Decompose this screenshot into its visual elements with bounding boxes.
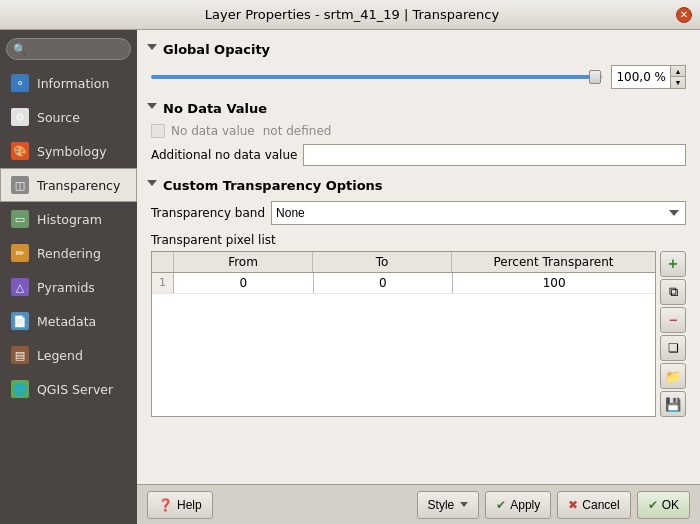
- no-data-title: No Data Value: [163, 101, 267, 116]
- additional-label: Additional no data value: [151, 148, 297, 162]
- sidebar-item-source[interactable]: ⚙ Source: [0, 100, 137, 134]
- opacity-thumb: [589, 70, 601, 84]
- opacity-collapse-icon[interactable]: [147, 44, 157, 55]
- sidebar-item-rendering[interactable]: ✏ Rendering: [0, 236, 137, 270]
- row-pct[interactable]: 100: [453, 273, 655, 293]
- transparency-icon: ◫: [9, 174, 31, 196]
- global-opacity-header: Global Opacity: [147, 42, 690, 57]
- col-pct-header: Percent Transparent: [452, 252, 655, 272]
- remove-row-button[interactable]: −: [660, 307, 686, 333]
- pixel-list-label: Transparent pixel list: [147, 233, 690, 247]
- main-container: 🔍 ⚬ Information ⚙ Source 🎨 Symbology ◫ T…: [0, 30, 700, 524]
- no-data-row: No data value not defined: [147, 124, 690, 138]
- opacity-up-button[interactable]: ▲: [671, 66, 685, 77]
- sidebar-item-qgis-server[interactable]: 🌐 QGIS Server: [0, 372, 137, 406]
- sidebar-item-symbology[interactable]: 🎨 Symbology: [0, 134, 137, 168]
- sidebar-label-histogram: Histogram: [37, 212, 102, 227]
- folder-icon: 📁: [665, 369, 681, 384]
- col-num-header: [152, 252, 174, 272]
- svg-text:⚬: ⚬: [15, 77, 24, 90]
- help-icon: ❓: [158, 498, 173, 512]
- search-box[interactable]: 🔍: [6, 38, 131, 60]
- sidebar-label-qgis-server: QGIS Server: [37, 382, 113, 397]
- help-button[interactable]: ❓ Help: [147, 491, 213, 519]
- sidebar-label-legend: Legend: [37, 348, 83, 363]
- cancel-button[interactable]: ✖ Cancel: [557, 491, 630, 519]
- sidebar-item-transparency[interactable]: ◫ Transparency: [0, 168, 137, 202]
- opacity-value: 100,0 %: [612, 70, 670, 84]
- custom-transparency-header: Custom Transparency Options: [147, 178, 690, 193]
- svg-text:📄: 📄: [13, 314, 27, 328]
- col-from-header: From: [174, 252, 313, 272]
- remove-icon: −: [669, 313, 677, 327]
- source-icon: ⚙: [9, 106, 31, 128]
- svg-text:▭: ▭: [15, 213, 25, 226]
- sidebar-label-transparency: Transparency: [37, 178, 120, 193]
- legend-icon: ▤: [9, 344, 31, 366]
- ok-button[interactable]: ✔ OK: [637, 491, 690, 519]
- close-button[interactable]: ✕: [676, 7, 692, 23]
- no-data-checkbox-label: No data value: [171, 124, 255, 138]
- copy-icon: ⧉: [669, 284, 678, 300]
- save-button[interactable]: 💾: [660, 391, 686, 417]
- copy-row-button[interactable]: ⧉: [660, 279, 686, 305]
- custom-transparency-title: Custom Transparency Options: [163, 178, 383, 193]
- ok-label: OK: [662, 498, 679, 512]
- svg-text:✏: ✏: [15, 247, 25, 260]
- pyramids-icon: △: [9, 276, 31, 298]
- row-from[interactable]: 0: [174, 273, 314, 293]
- sidebar-label-metadata: Metadata: [37, 314, 96, 329]
- histogram-icon: ▭: [9, 208, 31, 230]
- sidebar-item-information[interactable]: ⚬ Information: [0, 66, 137, 100]
- band-row: Transparency band None Band 1 Band 2 Ban…: [147, 201, 690, 225]
- clone-row-button[interactable]: ❏: [660, 335, 686, 361]
- row-to[interactable]: 0: [314, 273, 454, 293]
- folder-button[interactable]: 📁: [660, 363, 686, 389]
- content-panel: Global Opacity 100,0 % ▲ ▼ No Data Value: [137, 30, 700, 524]
- clone-icon: ❏: [668, 341, 679, 355]
- cancel-label: Cancel: [582, 498, 619, 512]
- not-defined-label: not defined: [263, 124, 332, 138]
- opacity-spinner: ▲ ▼: [670, 66, 685, 88]
- sidebar-label-information: Information: [37, 76, 109, 91]
- sidebar: 🔍 ⚬ Information ⚙ Source 🎨 Symbology ◫ T…: [0, 30, 137, 524]
- style-label: Style: [428, 498, 455, 512]
- transparency-collapse-icon[interactable]: [147, 180, 157, 191]
- svg-text:⚙: ⚙: [15, 111, 25, 124]
- metadata-icon: 📄: [9, 310, 31, 332]
- table-row: 1 0 0 100: [152, 273, 655, 294]
- sidebar-label-symbology: Symbology: [37, 144, 107, 159]
- symbology-icon: 🎨: [9, 140, 31, 162]
- cancel-cross-icon: ✖: [568, 498, 578, 512]
- table-header: From To Percent Transparent: [152, 252, 655, 273]
- sidebar-label-source: Source: [37, 110, 80, 125]
- band-select[interactable]: None Band 1 Band 2 Band 3: [271, 201, 686, 225]
- opacity-down-button[interactable]: ▼: [671, 77, 685, 88]
- nodata-collapse-icon[interactable]: [147, 103, 157, 114]
- opacity-slider[interactable]: [151, 75, 603, 79]
- sidebar-item-metadata[interactable]: 📄 Metadata: [0, 304, 137, 338]
- sidebar-item-pyramids[interactable]: △ Pyramids: [0, 270, 137, 304]
- no-data-checkbox[interactable]: [151, 124, 165, 138]
- row-num: 1: [152, 273, 174, 293]
- rendering-icon: ✏: [9, 242, 31, 264]
- global-opacity-title: Global Opacity: [163, 42, 270, 57]
- col-to-header: To: [313, 252, 452, 272]
- sidebar-label-pyramids: Pyramids: [37, 280, 95, 295]
- content-inner: Global Opacity 100,0 % ▲ ▼ No Data Value: [137, 30, 700, 484]
- no-data-header: No Data Value: [147, 101, 690, 116]
- additional-input[interactable]: [303, 144, 686, 166]
- apply-label: Apply: [510, 498, 540, 512]
- sidebar-label-rendering: Rendering: [37, 246, 101, 261]
- sidebar-item-legend[interactable]: ▤ Legend: [0, 338, 137, 372]
- add-row-button[interactable]: +: [660, 251, 686, 277]
- apply-button[interactable]: ✔ Apply: [485, 491, 551, 519]
- svg-text:◫: ◫: [15, 179, 25, 192]
- sidebar-item-histogram[interactable]: ▭ Histogram: [0, 202, 137, 236]
- transparency-section: Custom Transparency Options Transparency…: [147, 178, 690, 417]
- add-icon: +: [668, 256, 677, 272]
- pixel-table: From To Percent Transparent 1 0 0 100: [151, 251, 656, 417]
- style-button[interactable]: Style: [417, 491, 480, 519]
- svg-text:🌐: 🌐: [13, 382, 27, 396]
- table-side-buttons: + ⧉ − ❏ 📁: [660, 251, 686, 417]
